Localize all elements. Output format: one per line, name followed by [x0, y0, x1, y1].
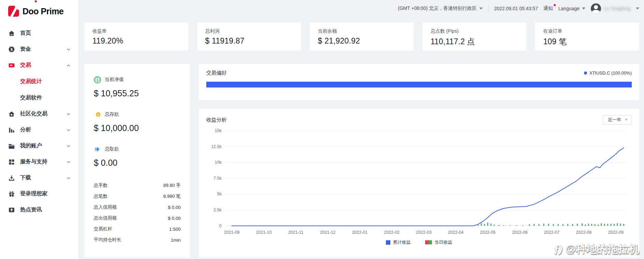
trade-preference-legend[interactable]: XTIUSD.C (100.00%)	[584, 70, 632, 76]
sidebar-item-label: 我的账户	[20, 142, 66, 149]
trade-preference-bar	[206, 82, 632, 87]
svg-text:2021-12: 2021-12	[320, 230, 336, 235]
summary-row-label: 平均持仓时长	[94, 237, 121, 243]
language-label: Language	[558, 6, 580, 11]
svg-text:2022-06: 2022-06	[512, 230, 528, 235]
legend-item-daily[interactable]: 当日收益	[425, 239, 452, 245]
trade-preference-panel: 交易偏好 XTIUSD.C (100.00%)	[199, 64, 639, 100]
chevron-down-icon	[66, 128, 71, 132]
summary-metric-label: 总取款	[105, 146, 119, 152]
summary-row-label: 总手数	[94, 182, 108, 189]
summary-row-label: 交易杠杆	[94, 226, 112, 232]
svg-text:2022-05: 2022-05	[480, 230, 496, 235]
coin-gold-icon: $	[94, 111, 101, 118]
doo-prime-logo-icon	[8, 6, 19, 17]
notifications-button[interactable]: 通知	[543, 5, 553, 12]
summary-metric-label: 总存款	[105, 111, 119, 117]
summary-metric-value: $ 0.00	[94, 158, 181, 168]
gift-icon	[8, 191, 15, 197]
sidebar-item-hot-news[interactable]: 热点资讯	[0, 202, 78, 218]
svg-text:2022-09: 2022-09	[608, 230, 624, 235]
sidebar-subitem-trade-stats[interactable]: 交易统计	[0, 73, 78, 90]
sidebar-item-home[interactable]: 首页	[0, 25, 78, 41]
sidebar-item-label: 下载	[20, 174, 66, 181]
stat-card-value: 110,117.2 点	[431, 36, 519, 47]
sidebar-subitem-label: 交易统计	[20, 78, 42, 85]
stat-card-2: 当前余额$ 21,920.92	[310, 22, 414, 51]
summary-metric-0: $当前净值$ 10,955.25	[94, 76, 181, 98]
stat-cards-row: 收益率119.20%总利润$ 11919.87当前余额$ 21,920.92总点…	[84, 22, 639, 51]
account-summary-panel: $当前净值$ 10,955.25$总存款$ 10,000.00总取款$ 0.00…	[84, 64, 190, 258]
sidebar-item-community-trading[interactable]: 社区化交易	[0, 106, 78, 122]
summary-metric-head: $总存款	[94, 111, 181, 118]
legend-item-cumulative[interactable]: 累计收益	[386, 239, 411, 245]
trade-preference-legend-label: XTIUSD.C (100.00%)	[589, 70, 632, 76]
summary-metric-value: $ 10,000.00	[94, 123, 181, 133]
sidebar-item-label: 登录理想家	[20, 190, 71, 197]
summary-row-1: 总笔数8,980 笔	[94, 191, 181, 202]
language-selector[interactable]: Language	[558, 6, 585, 11]
funds-icon: $	[8, 46, 15, 53]
sidebar-item-label: 分析	[20, 126, 66, 133]
profit-chart-canvas[interactable]: 02.5k5k7.5k10k12.5k15k2021-092021-102021…	[206, 127, 632, 239]
summary-metric-value: $ 10,955.25	[94, 88, 181, 98]
summary-row-label: 总笔数	[94, 193, 108, 199]
svg-text:5k: 5k	[217, 192, 222, 196]
stat-card-value: 119.20%	[92, 36, 180, 46]
sidebar: Doo Prime 首页$资金交易交易统计交易软件社区化交易分析我的账户服务与支…	[0, 0, 78, 259]
summary-metric-1: $总存款$ 10,000.00	[94, 111, 181, 133]
svg-text:7.5k: 7.5k	[213, 176, 222, 181]
svg-text:2.5k: 2.5k	[213, 208, 222, 212]
sidebar-item-ideal-home-login[interactable]: 登录理想家	[0, 186, 78, 202]
user-menu[interactable]: Lu Yongfeng	[591, 3, 639, 14]
header-divider	[488, 5, 489, 12]
coin-blue-icon	[94, 145, 101, 153]
legend-label: 累计收益	[393, 239, 411, 245]
stat-card-value: $ 11919.87	[205, 36, 293, 46]
sidebar-item-funds[interactable]: $资金	[0, 41, 78, 57]
stat-card-value: 109 笔	[543, 36, 631, 47]
legend-label: 当日收益	[435, 239, 452, 245]
sidebar-item-download[interactable]: 下载	[0, 170, 78, 186]
summary-row-value: 1min	[171, 238, 181, 243]
svg-text:2022-08: 2022-08	[576, 230, 591, 235]
trade-preference-title: 交易偏好	[206, 70, 227, 76]
summary-row-value: $ 0.00	[168, 216, 181, 221]
summary-rows: 总手数89.80 手总笔数8,980 笔总入信用额$ 0.00总出信用额$ 0.…	[94, 180, 181, 245]
profit-analysis-title: 收益分析	[206, 117, 227, 123]
summary-row-3: 总出信用额$ 0.00	[94, 213, 181, 224]
stat-card-4: 在途订单109 笔	[535, 22, 639, 51]
svg-text:2021-09: 2021-09	[224, 230, 240, 235]
stat-card-label: 当前余额	[318, 28, 406, 34]
time-range-dropdown[interactable]: 近一年	[603, 115, 632, 125]
stat-card-label: 总点数 (Pips)	[431, 28, 519, 34]
sidebar-item-analysis[interactable]: 分析	[0, 122, 78, 138]
timezone-selector[interactable]: (GMT +08:00) 北京，香港特别行政区	[398, 5, 483, 12]
main-content: (GMT +08:00) 北京，香港特别行政区 2022.09.01 05:43…	[78, 0, 644, 259]
sidebar-item-label: 首页	[20, 30, 71, 37]
user-name: Lu Yongfeng	[604, 6, 633, 11]
sidebar-item-label: 服务与支持	[20, 158, 66, 165]
sidebar-item-service-support[interactable]: 服务与支持	[0, 154, 78, 170]
home-icon	[8, 30, 15, 37]
stat-card-label: 收益率	[92, 28, 180, 34]
sidebar-item-my-account[interactable]: 我的账户	[0, 138, 78, 154]
chevron-down-icon	[582, 7, 585, 10]
app-root: Doo Prime 首页$资金交易交易统计交易软件社区化交易分析我的账户服务与支…	[0, 0, 644, 259]
brand-logo[interactable]: Doo Prime	[0, 0, 78, 18]
stat-card-1: 总利润$ 11919.87	[197, 22, 301, 51]
legend-swatch-green	[429, 240, 432, 244]
sidebar-subitem-trade-software[interactable]: 交易软件	[0, 90, 78, 106]
stat-card-value: $ 21,920.92	[318, 36, 406, 46]
sidebar-item-trade[interactable]: 交易	[0, 57, 78, 73]
sidebar-item-label: 资金	[20, 46, 66, 53]
svg-text:2022-07: 2022-07	[544, 230, 559, 235]
summary-row-label: 总出信用额	[94, 215, 117, 221]
svg-text:2022-02: 2022-02	[384, 230, 400, 235]
chevron-down-icon	[66, 47, 71, 51]
sidebar-item-label: 热点资讯	[20, 206, 71, 213]
chart-legend: 累计收益当日收益	[206, 239, 632, 245]
svg-text:2021-10: 2021-10	[256, 230, 272, 235]
svg-text:$: $	[97, 113, 99, 116]
summary-row-4: 交易杠杆1:500	[94, 224, 181, 234]
